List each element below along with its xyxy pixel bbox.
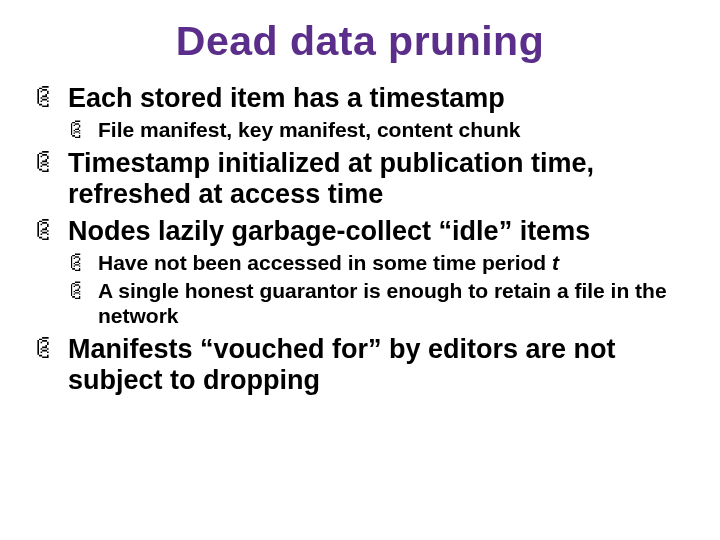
bullet-icon: ༊: [36, 336, 68, 396]
bullet-text: Have not been accessed in some time peri…: [98, 251, 684, 275]
bullet-text: Nodes lazily garbage-collect “idle” item…: [68, 216, 684, 247]
slide: Dead data pruning ༊ Each stored item has…: [0, 0, 720, 540]
bullet-3a-pre: Have not been accessed in some time peri…: [98, 251, 552, 274]
bullet-text: Each stored item has a timestamp: [68, 83, 684, 114]
bullet-3b: ༊ A single honest guarantor is enough to…: [36, 279, 684, 327]
bullet-icon: ༊: [70, 120, 98, 142]
bullet-4: ༊ Manifests “vouched for” by editors are…: [36, 334, 684, 396]
bullet-3: ༊ Nodes lazily garbage-collect “idle” it…: [36, 216, 684, 247]
bullet-1a: ༊ File manifest, key manifest, content c…: [36, 118, 684, 142]
bullet-icon: ༊: [36, 218, 68, 247]
slide-body: ༊ Each stored item has a timestamp ༊ Fil…: [36, 83, 684, 396]
bullet-icon: ༊: [36, 150, 68, 210]
bullet-text: A single honest guarantor is enough to r…: [98, 279, 684, 327]
bullet-2: ༊ Timestamp initialized at publication t…: [36, 148, 684, 210]
bullet-text: Timestamp initialized at publication tim…: [68, 148, 684, 210]
bullet-3a: ༊ Have not been accessed in some time pe…: [36, 251, 684, 275]
bullet-text: File manifest, key manifest, content chu…: [98, 118, 684, 142]
bullet-text: Manifests “vouched for” by editors are n…: [68, 334, 684, 396]
bullet-3a-ital: t: [552, 251, 559, 274]
slide-title: Dead data pruning: [36, 18, 684, 65]
bullet-icon: ༊: [36, 85, 68, 114]
bullet-icon: ༊: [70, 253, 98, 275]
bullet-1: ༊ Each stored item has a timestamp: [36, 83, 684, 114]
bullet-icon: ༊: [70, 281, 98, 327]
